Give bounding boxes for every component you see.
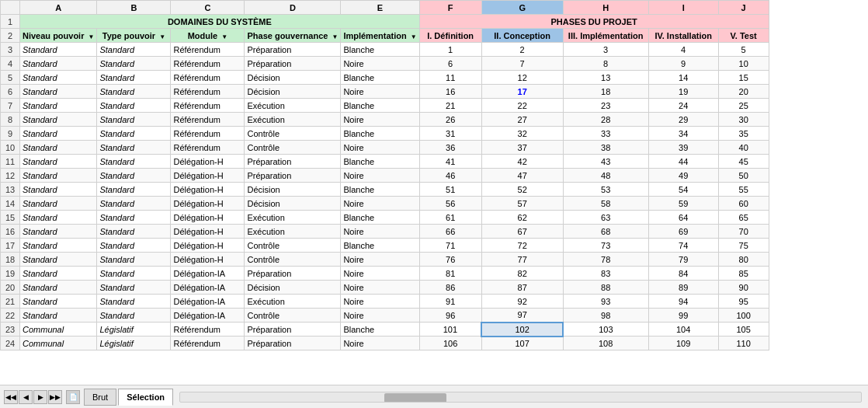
- cell-type-pouvoir[interactable]: Standard: [97, 253, 171, 267]
- cell-niveau-pouvoir[interactable]: Standard: [20, 309, 97, 323]
- cell-definition[interactable]: 1: [419, 43, 481, 57]
- cell-definition[interactable]: 11: [419, 71, 481, 85]
- cell-type-pouvoir[interactable]: Législatif: [97, 323, 171, 337]
- filter-arrow-c[interactable]: ▼: [221, 33, 227, 40]
- cell-conception[interactable]: 2: [481, 43, 563, 57]
- cell-niveau-pouvoir[interactable]: Standard: [20, 57, 97, 71]
- cell-installation[interactable]: 79: [648, 253, 718, 267]
- cell-implementation[interactable]: Blanche: [341, 99, 419, 113]
- cell-niveau-pouvoir[interactable]: Standard: [20, 127, 97, 141]
- cell-type-pouvoir[interactable]: Standard: [97, 113, 171, 127]
- cell-phase-gouvernance[interactable]: Décision: [245, 71, 341, 85]
- cell-implementation-num[interactable]: 8: [563, 57, 648, 71]
- tab-brut[interactable]: Brut: [84, 389, 116, 406]
- cell-module[interactable]: Référendum: [171, 141, 245, 155]
- nav-last[interactable]: ▶▶: [48, 390, 62, 404]
- cell-definition[interactable]: 21: [419, 99, 481, 113]
- cell-phase-gouvernance[interactable]: Exécution: [245, 113, 341, 127]
- cell-type-pouvoir[interactable]: Standard: [97, 169, 171, 183]
- cell-installation[interactable]: 49: [648, 169, 718, 183]
- cell-niveau-pouvoir[interactable]: Standard: [20, 71, 97, 85]
- cell-phase-gouvernance[interactable]: Exécution: [245, 295, 341, 309]
- cell-test[interactable]: 105: [718, 323, 769, 337]
- cell-type-pouvoir[interactable]: Standard: [97, 225, 171, 239]
- cell-niveau-pouvoir[interactable]: Standard: [20, 295, 97, 309]
- cell-installation[interactable]: 29: [648, 113, 718, 127]
- cell-phase-gouvernance[interactable]: Décision: [245, 281, 341, 295]
- cell-installation[interactable]: 104: [648, 323, 718, 337]
- cell-test[interactable]: 20: [718, 85, 769, 99]
- cell-phase-gouvernance[interactable]: Préparation: [245, 57, 341, 71]
- cell-type-pouvoir[interactable]: Standard: [97, 127, 171, 141]
- cell-test[interactable]: 85: [718, 267, 769, 281]
- cell-conception[interactable]: 52: [481, 183, 563, 197]
- cell-conception[interactable]: 32: [481, 127, 563, 141]
- cell-implementation[interactable]: Noire: [341, 225, 419, 239]
- cell-definition[interactable]: 31: [419, 127, 481, 141]
- cell-phase-gouvernance[interactable]: Contrôle: [245, 127, 341, 141]
- cell-implementation-num[interactable]: 73: [563, 239, 648, 253]
- cell-implementation[interactable]: Noire: [341, 113, 419, 127]
- cell-test[interactable]: 110: [718, 337, 769, 350]
- cell-implementation-num[interactable]: 38: [563, 141, 648, 155]
- cell-implementation-num[interactable]: 53: [563, 183, 648, 197]
- cell-implementation-num[interactable]: 3: [563, 43, 648, 57]
- cell-type-pouvoir[interactable]: Standard: [97, 309, 171, 323]
- cell-implementation-num[interactable]: 68: [563, 225, 648, 239]
- cell-conception[interactable]: 7: [481, 57, 563, 71]
- cell-type-pouvoir[interactable]: Standard: [97, 239, 171, 253]
- col-header-a[interactable]: Niveau pouvoir ▼: [20, 29, 97, 43]
- cell-implementation-num[interactable]: 48: [563, 169, 648, 183]
- cell-implementation-num[interactable]: 88: [563, 281, 648, 295]
- cell-definition[interactable]: 46: [419, 169, 481, 183]
- cell-test[interactable]: 60: [718, 197, 769, 211]
- cell-conception[interactable]: 57: [481, 197, 563, 211]
- cell-implementation[interactable]: Blanche: [341, 71, 419, 85]
- cell-definition[interactable]: 71: [419, 239, 481, 253]
- cell-installation[interactable]: 99: [648, 309, 718, 323]
- cell-conception[interactable]: 92: [481, 295, 563, 309]
- cell-type-pouvoir[interactable]: Standard: [97, 99, 171, 113]
- cell-type-pouvoir[interactable]: Standard: [97, 183, 171, 197]
- cell-niveau-pouvoir[interactable]: Standard: [20, 99, 97, 113]
- cell-definition[interactable]: 26: [419, 113, 481, 127]
- cell-module[interactable]: Délégation-IA: [171, 295, 245, 309]
- cell-implementation[interactable]: Blanche: [341, 155, 419, 169]
- cell-module[interactable]: Délégation-IA: [171, 267, 245, 281]
- cell-module[interactable]: Référendum: [171, 43, 245, 57]
- cell-installation[interactable]: 14: [648, 71, 718, 85]
- cell-phase-gouvernance[interactable]: Préparation: [245, 169, 341, 183]
- filter-arrow-d[interactable]: ▼: [332, 33, 338, 40]
- cell-niveau-pouvoir[interactable]: Communal: [20, 337, 97, 350]
- cell-conception[interactable]: 37: [481, 141, 563, 155]
- cell-installation[interactable]: 84: [648, 267, 718, 281]
- cell-implementation[interactable]: Noire: [341, 197, 419, 211]
- cell-definition[interactable]: 36: [419, 141, 481, 155]
- cell-phase-gouvernance[interactable]: Décision: [245, 85, 341, 99]
- cell-module[interactable]: Référendum: [171, 85, 245, 99]
- cell-module[interactable]: Référendum: [171, 127, 245, 141]
- cell-type-pouvoir[interactable]: Standard: [97, 155, 171, 169]
- cell-implementation[interactable]: Blanche: [341, 323, 419, 337]
- cell-niveau-pouvoir[interactable]: Standard: [20, 43, 97, 57]
- cell-implementation-num[interactable]: 63: [563, 211, 648, 225]
- cell-definition[interactable]: 66: [419, 225, 481, 239]
- nav-sheet-icon[interactable]: 📄: [66, 390, 80, 404]
- cell-test[interactable]: 90: [718, 281, 769, 295]
- cell-niveau-pouvoir[interactable]: Standard: [20, 169, 97, 183]
- cell-implementation-num[interactable]: 83: [563, 267, 648, 281]
- cell-implementation-num[interactable]: 58: [563, 197, 648, 211]
- cell-installation[interactable]: 34: [648, 127, 718, 141]
- cell-test[interactable]: 25: [718, 99, 769, 113]
- cell-module[interactable]: Délégation-H: [171, 253, 245, 267]
- cell-phase-gouvernance[interactable]: Décision: [245, 197, 341, 211]
- cell-phase-gouvernance[interactable]: Préparation: [245, 267, 341, 281]
- cell-module[interactable]: Délégation-IA: [171, 309, 245, 323]
- cell-conception[interactable]: 82: [481, 267, 563, 281]
- cell-installation[interactable]: 4: [648, 43, 718, 57]
- cell-module[interactable]: Délégation-IA: [171, 281, 245, 295]
- cell-type-pouvoir[interactable]: Standard: [97, 281, 171, 295]
- cell-definition[interactable]: 91: [419, 295, 481, 309]
- cell-implementation-num[interactable]: 13: [563, 71, 648, 85]
- cell-conception[interactable]: 22: [481, 99, 563, 113]
